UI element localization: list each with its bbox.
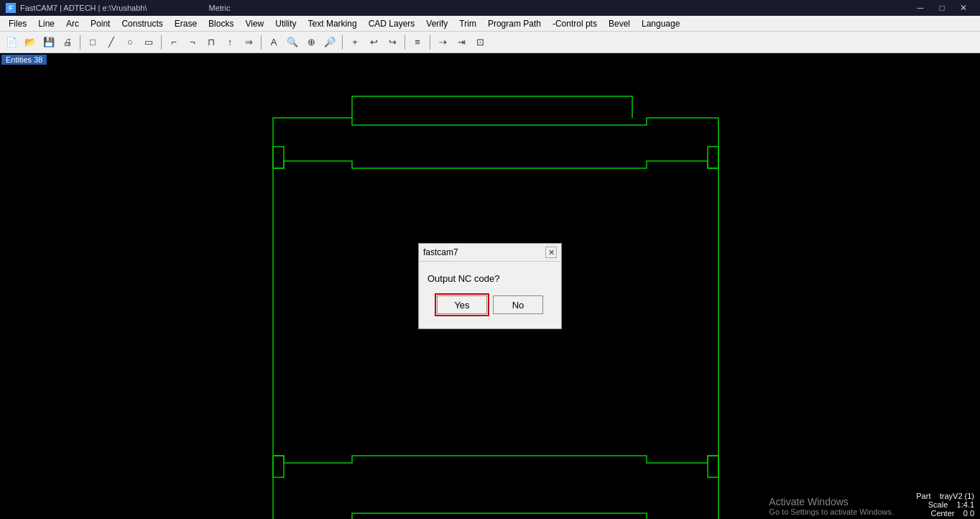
no-button[interactable]: No	[493, 295, 543, 314]
menu-item-verify[interactable]: Verify	[420, 17, 453, 30]
toolbar-button-16[interactable]: A	[265, 34, 282, 51]
toolbar-button-1[interactable]: 📂	[22, 34, 39, 51]
dialog-titlebar: fastcam7 ✕	[419, 244, 561, 262]
menu-item-utility[interactable]: Utility	[269, 17, 302, 30]
toolbar-button-13[interactable]: ↑	[221, 34, 239, 51]
toolbar-button-19[interactable]: 🔎	[321, 34, 338, 51]
menu-item-line[interactable]: Line	[32, 17, 60, 30]
dialog-overlay: fastcam7 ✕ Output NC code? Yes No	[0, 53, 980, 519]
toolbar-button-21[interactable]: +	[346, 34, 364, 51]
menu-item-files[interactable]: Files	[3, 17, 32, 30]
menu-item-blocks[interactable]: Blocks	[203, 17, 239, 30]
dialog-title: fastcam7	[423, 247, 458, 257]
menu-item-erase[interactable]: Erase	[169, 17, 203, 30]
toolbar-button-6[interactable]: ╱	[103, 34, 120, 51]
title-bar: F FastCAM7 | ADTECH | e:\Vrushabh\ Metri…	[0, 0, 980, 16]
menu-item--control-pts[interactable]: -Control pts	[547, 17, 603, 30]
toolbar-separator	[430, 35, 430, 50]
toolbar: 📄📂💾🖨□╱○▭⌐¬⊓↑⇒A🔍⊕🔎+↩↪≡⇢⇥⊡	[0, 32, 980, 53]
toolbar-button-23[interactable]: ↪	[384, 34, 401, 51]
menu-item-constructs[interactable]: Constructs	[116, 17, 168, 30]
toolbar-button-11[interactable]: ¬	[184, 34, 201, 51]
toolbar-button-0[interactable]: 📄	[3, 34, 20, 51]
toolbar-separator	[161, 35, 162, 50]
menu-item-text-marking[interactable]: Text Marking	[302, 17, 363, 30]
title-bar-left: F FastCAM7 | ADTECH | e:\Vrushabh\ Metri…	[6, 3, 230, 13]
toolbar-button-18[interactable]: ⊕	[302, 34, 320, 51]
menu-item-bevel[interactable]: Bevel	[603, 17, 636, 30]
menu-item-cad-layers[interactable]: CAD Layers	[363, 17, 421, 30]
app-title: FastCAM7 | ADTECH | e:\Vrushabh\	[20, 4, 147, 12]
toolbar-separator	[261, 35, 262, 50]
toolbar-button-12[interactable]: ⊓	[203, 34, 220, 51]
menu-item-trim[interactable]: Trim	[453, 17, 482, 30]
toolbar-separator	[405, 35, 405, 50]
toolbar-button-3[interactable]: 🖨	[59, 34, 76, 51]
dialog-body: Output NC code? Yes No	[419, 262, 561, 323]
toolbar-button-7[interactable]: ○	[121, 34, 139, 51]
toolbar-button-28[interactable]: ⇥	[453, 34, 470, 51]
yes-button[interactable]: Yes	[437, 295, 487, 314]
toolbar-button-14[interactable]: ⇒	[240, 34, 257, 51]
menu-item-program-path[interactable]: Program Path	[482, 17, 547, 30]
maximize-button[interactable]: □	[931, 0, 953, 16]
toolbar-button-22[interactable]: ↩	[365, 34, 382, 51]
window-controls: ─ □ ✕	[910, 0, 974, 16]
dialog-box: fastcam7 ✕ Output NC code? Yes No	[418, 243, 562, 329]
app-icon: F	[6, 3, 16, 13]
toolbar-button-2[interactable]: 💾	[40, 34, 57, 51]
menu-item-arc[interactable]: Arc	[60, 17, 85, 30]
menu-item-point[interactable]: Point	[85, 17, 116, 30]
menu-item-language[interactable]: Language	[636, 17, 685, 30]
menu-item-view[interactable]: View	[239, 17, 269, 30]
toolbar-button-5[interactable]: □	[84, 34, 101, 51]
toolbar-button-29[interactable]: ⊡	[471, 34, 489, 51]
toolbar-separator	[80, 35, 80, 50]
close-button[interactable]: ✕	[953, 0, 974, 16]
dialog-close-button[interactable]: ✕	[545, 247, 557, 258]
toolbar-button-17[interactable]: 🔍	[284, 34, 301, 51]
canvas-area: Entities 38 fastcam7 ✕	[0, 53, 980, 519]
toolbar-button-10[interactable]: ⌐	[165, 34, 182, 51]
minimize-button[interactable]: ─	[910, 0, 931, 16]
dialog-message: Output NC code?	[427, 273, 553, 284]
toolbar-separator	[342, 35, 343, 50]
toolbar-button-8[interactable]: ▭	[140, 34, 157, 51]
app-subtitle: Metric	[208, 4, 230, 12]
menu-bar: FilesLineArcPointConstructsEraseBlocksVi…	[0, 16, 980, 32]
toolbar-button-27[interactable]: ⇢	[434, 34, 451, 51]
dialog-buttons: Yes No	[427, 295, 553, 314]
toolbar-button-25[interactable]: ≡	[409, 34, 426, 51]
